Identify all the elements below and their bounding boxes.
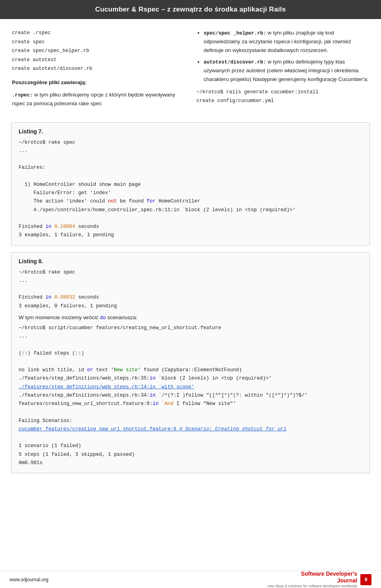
- page-header: Cucumber & Rspec – z zewnątrz do środka …: [0, 0, 381, 19]
- top-left-column: create .rspec create spec create spec/sp…: [12, 29, 185, 112]
- cmd-line-1: ~/krotco$ rails generate cucumber:instal…: [196, 88, 369, 96]
- file-item-2: create spec: [12, 38, 185, 47]
- listing-8-cmd: ~/krotco$ script/cucumber features/creat…: [19, 324, 362, 467]
- rspec-desc: .rspec: w tym pliku definiujemy opcje z …: [12, 91, 185, 108]
- page-footer: www.sdjournal.org Software Developer's J…: [0, 571, 381, 588]
- file-item-3: create spec/spec_helper.rb: [12, 46, 185, 56]
- footer-logo-sub: new ideas & solutions for software devel…: [267, 584, 357, 588]
- mid-text: W tym momencie możemy wrócić do scenariu…: [19, 314, 362, 321]
- cmd-line-2: create config/cucumber.yml: [196, 97, 369, 105]
- file-item-1: create .rspec: [12, 29, 185, 38]
- footer-brand: Software Developer's Journal new ideas &…: [267, 571, 371, 588]
- header-title: Cucumber & Rspec – z zewnątrz do środka …: [95, 6, 286, 13]
- right-bullets: spec/spec _helper.rb: w tym pliku znajdu…: [196, 29, 369, 83]
- listing-8-box: Listing 8. ~/krotco$ rake spec ... Finis…: [11, 252, 370, 474]
- listing-8-code-top: ~/krotco$ rake spec ... Finished in 0.08…: [19, 268, 362, 310]
- file-item-5: create autotest/discover.rb: [12, 64, 185, 73]
- command-block: ~/krotco$ rails generate cucumber:instal…: [196, 88, 369, 105]
- footer-logo-text: Software Developer's Journal new ideas &…: [267, 571, 357, 588]
- listing-8-title: Listing 8.: [19, 258, 362, 264]
- footer-page-number: 9: [360, 574, 371, 585]
- top-content: create .rspec create spec create spec/sp…: [0, 19, 381, 118]
- top-right-column: spec/spec _helper.rb: w tym pliku znajdu…: [196, 29, 369, 112]
- listing-7-title: Listing 7.: [19, 128, 362, 135]
- bullet-1: spec/spec _helper.rb: w tym pliku znajdu…: [204, 29, 369, 54]
- footer-logo-line2: Journal: [267, 577, 357, 584]
- listing-7-box: Listing 7. ~/krotco$ rake spec ... Failu…: [11, 122, 370, 246]
- file-item-4: create autotest: [12, 56, 185, 65]
- footer-logo-line1: Software Developer's: [267, 571, 357, 577]
- files-label: Poszczególne pliki zawierają:: [12, 78, 185, 87]
- files-list: create .rspec create spec create spec/sp…: [12, 29, 185, 73]
- footer-url: www.sdjournal.org: [10, 577, 48, 582]
- bullet-2: autotest/discover.rb: w tym pliku defini…: [204, 58, 369, 83]
- listing-7-code: ~/krotco$ rake spec ... Failures: 1) Hom…: [19, 139, 362, 240]
